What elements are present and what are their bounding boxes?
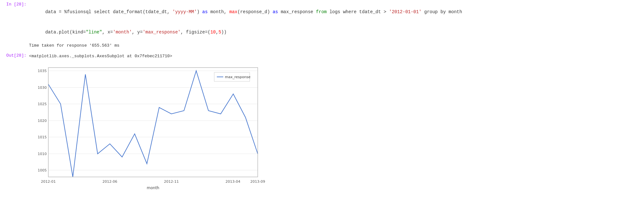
line-chart: 1035 1030 1025 1020 1015 1010 1005 2012-… bbox=[29, 61, 274, 196]
x-axis-label: month bbox=[147, 186, 159, 190]
output-text: <matplotlib.axes._subplots.AxesSubplot a… bbox=[29, 54, 644, 59]
magic-cmd: %fusionsql bbox=[64, 9, 91, 14]
y-tick-1010: 1010 bbox=[38, 152, 47, 156]
output-cell: Out[28]: <matplotlib.axes._subplots.Axes… bbox=[0, 51, 644, 199]
cell-in-label: In [28]: bbox=[0, 1, 29, 50]
y-tick-1030: 1030 bbox=[38, 86, 47, 90]
code-line-2: data.plot(kind="line", x='month', y='max… bbox=[29, 22, 644, 42]
x-tick-2012-01: 2012-01 bbox=[41, 180, 56, 184]
y-tick-1035: 1035 bbox=[38, 69, 47, 73]
x-tick-2013-09: 2013-09 bbox=[250, 180, 265, 184]
y-tick-1020: 1020 bbox=[38, 119, 47, 123]
input-cell: In [28]: data = %fusionsql select date_f… bbox=[0, 0, 644, 51]
y-tick-1015: 1015 bbox=[38, 135, 47, 139]
y-tick-1025: 1025 bbox=[38, 102, 47, 106]
code-var: data bbox=[45, 9, 56, 14]
x-tick-2012-06: 2012-06 bbox=[102, 180, 117, 184]
x-tick-2013-04: 2013-04 bbox=[226, 180, 240, 184]
output-content: <matplotlib.axes._subplots.AxesSubplot a… bbox=[29, 52, 644, 198]
y-tick-1005: 1005 bbox=[38, 168, 47, 172]
cell-out-label: Out[28]: bbox=[0, 52, 29, 198]
chart-container: 1035 1030 1025 1020 1015 1010 1005 2012-… bbox=[29, 61, 644, 198]
code-block: data = %fusionsql select date_format(tda… bbox=[29, 1, 644, 50]
x-tick-2012-11: 2012-11 bbox=[164, 180, 179, 184]
code-line-1: data = %fusionsql select date_format(tda… bbox=[29, 2, 644, 22]
timing-output: Time taken for response '655.563' ms bbox=[29, 43, 644, 48]
legend-label: max_response bbox=[225, 75, 251, 79]
